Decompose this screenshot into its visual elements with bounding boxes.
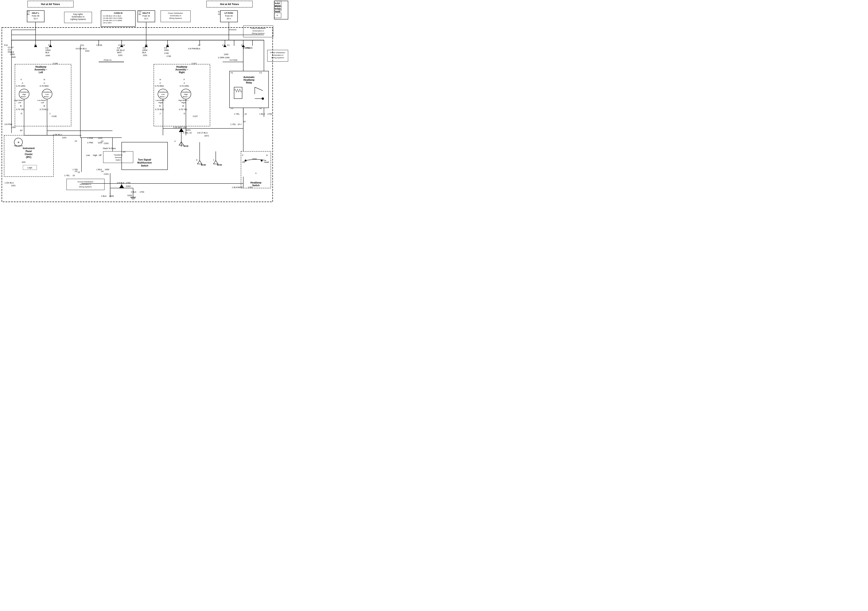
highbeam-left-symbol: Headlamp [20,91,28,93]
svg-text:1750: 1750 [267,113,272,115]
svg-rect-43 [2,28,273,202]
wire-1blk-relay: 1 BLK [259,113,265,115]
label-b-left1: B [20,105,22,107]
label-a2-conn: A2 [74,140,77,142]
label-p100-right: ≡≡ P100 [229,59,237,61]
svg-text:Beam –: Beam – [183,96,189,98]
svg-text:WHT: WHT [117,51,122,54]
svg-text:1201: 1201 [62,136,67,139]
label-c107-top: C107 [192,62,197,65]
fog-lights-label: Fog Lights [73,13,83,15]
wire-075grn-right: 0.75 GRN [180,85,189,87]
svg-text:Wiring Systems: Wiring Systems [169,17,182,19]
headlamp-switch-label: Headlamp [250,181,261,184]
wire-075yel-right: 0.75 YEL [179,108,188,111]
svg-text:A: A [174,140,176,142]
svg-text:→: → [275,13,279,17]
svg-text:Assembly –: Assembly – [175,68,188,71]
label-a-right1: A [160,82,161,84]
svg-text:Beam –: Beam – [21,96,27,98]
label-b-right1: B [159,105,161,107]
wire-1yel-top: 1 YEL [231,123,236,125]
svg-text:1872: 1872 [204,135,209,137]
label-c1: C1 [27,11,30,13]
label-high-switch: High [93,154,97,156]
svg-text:Switch: Switch [252,184,260,187]
wire-08pnk-1200: 0.8 PNK [5,123,12,125]
label-b-left2: B [43,105,45,107]
svg-text:Beam –: Beam – [44,96,50,98]
highbeam-right-symbol: Headlamp [182,91,190,93]
svg-text:B: B [196,159,197,161]
svg-text:1450: 1450 [105,169,109,171]
svg-text:Assembly –: Assembly – [34,68,47,71]
svg-text:C1=68 BLK  C5=2 BLK: C1=68 BLK C5=2 BLK [103,15,121,17]
svg-text:Schematics in: Schematics in [253,30,264,32]
label-c3-e6: C3 E6 [96,44,102,46]
wire-1pnk-1200: 1 PNK [87,137,93,139]
svg-text:2 ORN  1340: 2 ORN 1340 [218,56,229,59]
label-a1-relay: A1 [231,71,233,74]
label-a-left2: A [43,82,45,84]
svg-text:ORN: ORN [10,53,15,56]
svg-text:Right: Right [181,102,186,104]
label-d-switch: D [266,154,268,156]
highbeam-left-label: High Beam – [14,99,25,101]
label-bcm-b: BCM [201,164,206,166]
svg-text:15 A: 15 A [144,17,148,20]
svg-text:Cluster: Cluster [25,153,33,156]
svg-text:15 A: 15 A [34,17,38,20]
label-f-right: F [184,79,185,81]
svg-text:0.8 PNK/BLK: 0.8 PNK/BLK [188,48,200,50]
svg-text:10: 10 [189,131,192,134]
label-h-left: H [43,79,45,81]
svg-text:C: C [279,9,280,11]
svg-marker-157 [197,161,202,164]
wire-1yel-relay: 1 YEL [234,113,240,115]
svg-text:Left: Left [39,71,43,74]
label-a7: A7 [198,44,200,46]
svg-text:C: C [213,159,214,161]
svg-text:↓: ↓ [109,191,111,195]
label-d11: D11 [80,44,84,46]
svg-text:Low: Low [161,93,165,96]
wire-10-f: 10 [243,121,246,123]
svg-text:Dimmer: Dimmer [115,156,121,158]
svg-text:C3=68 GRY  C7=2 BRN: C3=68 GRY C7=2 BRN [103,20,122,22]
svg-text:C4=2 GRY: C4=2 GRY [103,22,112,24]
svg-text:20 A: 20 A [227,17,231,20]
hot-all-times-left-label: Hot at All Times [41,3,60,6]
svg-text:High: High [184,93,188,96]
svg-text:Fuse 32: Fuse 32 [143,15,150,17]
svg-text:0.8: 0.8 [143,47,146,49]
flash-to-pass-label: Flash To Pass [103,147,116,150]
label-f-switch: F [242,154,243,156]
label-b7: B7 [20,129,23,131]
svg-text:0.8: 0.8 [8,49,11,51]
svg-text:1200: 1200 [98,142,102,144]
wire-1201: 1201 [85,50,90,52]
dimmer-switch-label: Headlamp [114,154,122,156]
label-park-hs: Park [253,158,257,160]
svg-text:(IPC): (IPC) [26,156,31,158]
lowbeam-left-label: Low Beam – [37,99,48,101]
label-on-switch: On [123,151,126,153]
svg-text:E: E [277,7,278,9]
label-b-right2: B [183,105,184,107]
label-c2: C2 [139,11,141,13]
svg-text:0.8: 0.8 [45,47,48,49]
label-logic: Logic [27,167,33,169]
wire-2blk-1750: 2 BLK [131,191,136,193]
wire-1dkblu-bot: 1 DK BLU [5,182,14,184]
svg-text:High: High [22,93,26,96]
lowbeam-right-label: Low Beam – [156,99,166,101]
label-s283: S283 [126,185,130,187]
lowbeam-left-symbol: Headlamp [43,91,51,93]
wire-1pnk-1200b: 1 PNK [87,142,93,144]
highbeam-right-label: High Beam – [178,99,189,101]
label-a2-relay: A2 [259,107,262,110]
svg-text:10: 10 [78,171,80,173]
hot-all-times-right-label: Hot at All Times [220,3,239,6]
svg-text:BLK: BLK [45,51,50,54]
power-dist-1: Power Distribution [168,12,183,14]
